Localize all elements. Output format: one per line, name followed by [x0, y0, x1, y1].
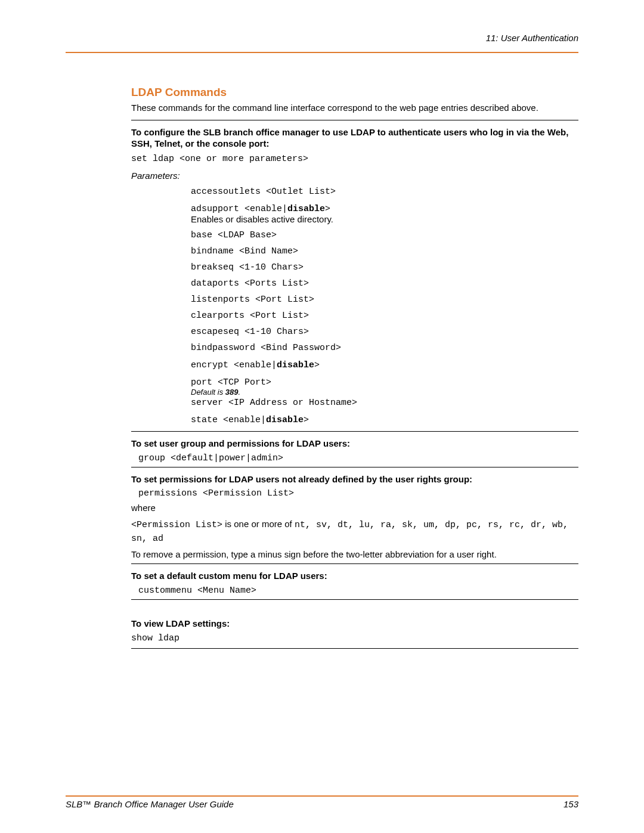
param-bindname: bindname <Bind Name>: [191, 246, 578, 256]
command-show-ldap: show ldap: [131, 633, 578, 645]
instruction-group: To set user group and permissions for LD…: [131, 438, 578, 450]
divider: [131, 431, 578, 432]
param-bindpassword: bindpassword <Bind Password>: [191, 343, 578, 353]
param-clearports: clearports <Port List>: [191, 311, 578, 321]
instruction-custommenu: To set a default custom menu for LDAP us…: [131, 570, 578, 582]
running-header: 11: User Authentication: [66, 33, 578, 43]
param-text: encrypt <enable|: [191, 360, 277, 370]
instruction-view: To view LDAP settings:: [131, 618, 578, 630]
param-base: base <LDAP Base>: [191, 230, 578, 240]
note-bold: 389: [225, 388, 239, 397]
param-text: adsupport <enable|: [191, 204, 287, 214]
param-bold: disable: [277, 360, 314, 370]
param-default-note: Default is 389.: [191, 388, 578, 397]
section-heading: LDAP Commands: [131, 86, 578, 99]
note-text: Default is: [191, 388, 225, 397]
command-custommenu: custommenu <Menu Name>: [138, 586, 578, 596]
page-number: 153: [564, 799, 578, 809]
permission-list-code: <Permission List>: [131, 520, 222, 530]
note-text: .: [239, 388, 241, 397]
footer-title: SLB™ Branch Office Manager User Guide: [66, 799, 234, 809]
command-permissions: permissions <Permission List>: [138, 488, 578, 498]
divider: [131, 648, 578, 649]
param-bold: disable: [287, 204, 325, 214]
param-port: port <TCP Port> Default is 389.: [191, 376, 578, 397]
param-adsupport: adsupport <enable|disable> Enables or di…: [191, 203, 578, 224]
instruction-configure: To configure the SLB branch office manag…: [131, 126, 578, 150]
param-text: >: [304, 415, 309, 425]
param-text: >: [314, 360, 320, 370]
param-accessoutlets: accessoutlets <Outlet List>: [191, 187, 578, 197]
page-footer: SLB™ Branch Office Manager User Guide 15…: [66, 795, 578, 809]
main-content: LDAP Commands These commands for the com…: [131, 86, 578, 649]
command-set-ldap: set ldap <one or more parameters>: [131, 153, 578, 165]
param-encrypt: encrypt <enable|disable>: [191, 359, 578, 370]
remove-permission-note: To remove a permission, type a minus sig…: [131, 549, 578, 561]
param-text: port <TCP Port>: [191, 377, 271, 388]
parameters-list: accessoutlets <Outlet List> adsupport <e…: [191, 187, 578, 425]
instruction-permissions: To set permissions for LDAP users not al…: [131, 473, 578, 485]
divider: [131, 467, 578, 467]
footer-rule: [66, 795, 578, 797]
param-text: state <enable|: [191, 415, 266, 425]
param-escapeseq: escapeseq <1-10 Chars>: [191, 327, 578, 337]
param-listenports: listenports <Port List>: [191, 295, 578, 305]
parameters-label: Parameters:: [131, 171, 578, 181]
permission-list-mid: is one or more of: [222, 519, 295, 529]
divider: [131, 599, 578, 600]
divider: [131, 563, 578, 564]
command-group: group <default|power|admin>: [138, 453, 578, 463]
permission-list-desc: <Permission List> is one or more of nt, …: [131, 518, 578, 545]
header-rule: [66, 52, 578, 53]
where-label: where: [131, 502, 578, 514]
param-server: server <IP Address or Hostname>: [191, 398, 578, 408]
param-state: state <enable|disable>: [191, 414, 578, 425]
param-dataports: dataports <Ports List>: [191, 278, 578, 289]
param-note: Enables or disables active directory.: [191, 214, 578, 224]
intro-paragraph: These commands for the command line inte…: [131, 103, 578, 114]
param-breakseq: breakseq <1-10 Chars>: [191, 262, 578, 272]
param-text: >: [325, 204, 330, 214]
divider: [131, 120, 578, 120]
document-page: 11: User Authentication LDAP Commands Th…: [0, 0, 644, 833]
param-bold: disable: [266, 415, 304, 425]
